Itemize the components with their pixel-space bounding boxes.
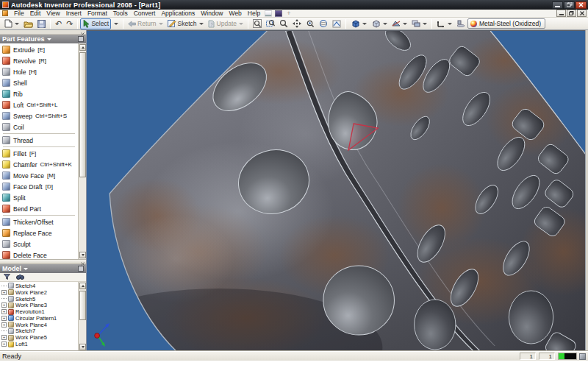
- document-minimize-button[interactable]: [556, 10, 566, 17]
- feature-item-thicken-offset[interactable]: Thicken/Offset: [0, 216, 78, 227]
- document-close-button[interactable]: [577, 10, 587, 17]
- tree-item-work-plane5[interactable]: +Work Plane5: [1, 334, 78, 341]
- menu-file[interactable]: File: [11, 10, 27, 18]
- return-dropdown-caret[interactable]: [159, 23, 163, 25]
- panel-top-grip[interactable]: [0, 30, 86, 35]
- tree-item-sketch5[interactable]: Sketch5: [1, 296, 78, 302]
- communication-center-icon[interactable]: [275, 10, 282, 17]
- scroll-up-icon[interactable]: [79, 283, 86, 289]
- return-button[interactable]: Return: [126, 18, 165, 29]
- scroll-up-icon[interactable]: [79, 44, 86, 51]
- zoom-window-button[interactable]: [264, 18, 277, 29]
- menu-help[interactable]: Help: [245, 10, 263, 18]
- visibility-button[interactable]: [409, 18, 429, 29]
- toolbar-add-icon[interactable]: +: [287, 10, 290, 17]
- feature-item-sweep[interactable]: SweepCtrl+Shift+S: [0, 110, 78, 121]
- feature-item-coil[interactable]: Coil: [0, 121, 78, 132]
- hidden-edge-dropdown-caret[interactable]: [383, 23, 387, 25]
- feature-item-bend-part[interactable]: Bend Part: [0, 203, 78, 214]
- ground-shadow-button[interactable]: [454, 18, 467, 29]
- model-panel-close-icon[interactable]: [81, 260, 85, 267]
- feature-item-extrude[interactable]: Extrude[E]: [0, 44, 78, 55]
- features-scrollbar[interactable]: [78, 43, 86, 259]
- update-button[interactable]: Update: [206, 18, 245, 29]
- panel-close-icon[interactable]: [81, 30, 85, 38]
- menu-view[interactable]: View: [43, 10, 62, 18]
- expand-plus-icon[interactable]: +: [1, 316, 7, 321]
- redo-button[interactable]: ↷: [64, 18, 75, 29]
- feature-item-chamfer[interactable]: ChamferCtrl+Shift+K: [0, 159, 78, 170]
- open-button[interactable]: [21, 18, 35, 29]
- rotate-button[interactable]: [317, 18, 330, 29]
- tree-item-revolution1[interactable]: +Revolution1: [1, 308, 78, 315]
- expand-plus-icon[interactable]: +: [1, 322, 7, 328]
- expand-plus-icon[interactable]: +: [1, 302, 7, 308]
- tree-item-work-plane2[interactable]: +Work Plane2: [1, 289, 78, 296]
- expand-plus-icon[interactable]: +: [1, 342, 7, 347]
- expand-plus-icon[interactable]: +: [1, 335, 7, 340]
- filter-icon[interactable]: [4, 274, 10, 281]
- zoom-all-button[interactable]: [251, 18, 264, 29]
- feature-item-replace-face[interactable]: Replace Face: [0, 227, 78, 238]
- feature-item-hole[interactable]: Hole[H]: [0, 66, 78, 77]
- menu-edit[interactable]: Edit: [27, 10, 44, 18]
- save-button[interactable]: [35, 18, 48, 29]
- tree-item-work-plane3[interactable]: +Work Plane3: [1, 302, 78, 308]
- look-at-button[interactable]: [330, 18, 343, 29]
- tree-item-sketch7[interactable]: Sketch7: [1, 328, 78, 335]
- feature-item-revolve[interactable]: Revolve[R]: [0, 55, 78, 66]
- feature-item-thread[interactable]: Thread: [0, 135, 78, 146]
- model-header[interactable]: Model: [0, 264, 86, 273]
- expand-plus-icon[interactable]: +: [1, 309, 7, 314]
- scroll-down-icon[interactable]: [79, 252, 86, 258]
- panel-splitter[interactable]: [0, 259, 86, 264]
- menu-applications[interactable]: Applications: [158, 10, 198, 18]
- graphics-window[interactable]: [87, 30, 588, 351]
- minimize-button[interactable]: [552, 1, 563, 9]
- feature-item-sculpt[interactable]: Sculpt: [0, 238, 78, 250]
- shaded-display-button[interactable]: [348, 18, 369, 29]
- component-move-button[interactable]: [434, 18, 454, 29]
- features-scroll-thumb[interactable]: [79, 52, 86, 177]
- menu-tools[interactable]: Tools: [110, 10, 131, 18]
- feature-item-shell[interactable]: Shell: [0, 77, 78, 88]
- scroll-down-icon[interactable]: [79, 344, 86, 350]
- menu-format[interactable]: Format: [85, 10, 110, 18]
- display-dropdown-caret[interactable]: [362, 23, 367, 25]
- zoom-selected-button[interactable]: [304, 18, 317, 29]
- undo-button[interactable]: ↶: [53, 18, 64, 29]
- sketch-button[interactable]: Sketch: [165, 18, 206, 29]
- expand-plus-icon[interactable]: +: [1, 290, 7, 295]
- menu-window[interactable]: Window: [198, 10, 226, 18]
- select-dropdown[interactable]: [111, 18, 121, 29]
- tree-item-sketch4[interactable]: Sketch4: [1, 283, 78, 289]
- part-3d-view[interactable]: [87, 31, 588, 351]
- sketch-dropdown-caret[interactable]: [199, 23, 204, 25]
- feature-item-loft[interactable]: LoftCtrl+Shift+L: [0, 99, 78, 110]
- tree-scrollbar[interactable]: [78, 282, 86, 351]
- zoom-button[interactable]: [277, 18, 290, 29]
- tree-item-loft1[interactable]: +Loft1: [1, 341, 78, 347]
- menu-convert[interactable]: Convert: [131, 10, 159, 18]
- menu-insert[interactable]: Insert: [63, 10, 85, 18]
- document-restore-button[interactable]: [567, 10, 576, 17]
- feature-item-split[interactable]: Split: [0, 192, 78, 203]
- material-selector[interactable]: Metal-Steel (Oxidized): [467, 18, 545, 29]
- tree-item-work-plane4[interactable]: +Work Plane4: [1, 322, 78, 328]
- analysis-dropdown-caret[interactable]: [403, 23, 407, 25]
- analysis-button[interactable]: [390, 18, 409, 29]
- engineers-notebook-icon[interactable]: [265, 10, 272, 17]
- feature-item-move-face[interactable]: Move Face[M]: [0, 170, 78, 181]
- close-button[interactable]: [576, 1, 587, 9]
- tree-item-circular-pattern1[interactable]: +Circular Pattern1: [1, 315, 78, 322]
- find-binoculars-icon[interactable]: [16, 274, 24, 281]
- hidden-edge-display-button[interactable]: [369, 18, 390, 29]
- feature-item-face-draft[interactable]: Face Draft[D]: [0, 181, 78, 192]
- part-features-header[interactable]: Part Features: [0, 35, 86, 43]
- tree-scroll-thumb[interactable]: [79, 291, 86, 320]
- pan-button[interactable]: [290, 18, 304, 29]
- new-button[interactable]: [2, 18, 21, 29]
- feature-item-delete-face[interactable]: Delete Face: [0, 250, 78, 259]
- feature-item-fillet[interactable]: Fillet[F]: [0, 148, 78, 159]
- feature-item-rib[interactable]: Rib: [0, 88, 78, 99]
